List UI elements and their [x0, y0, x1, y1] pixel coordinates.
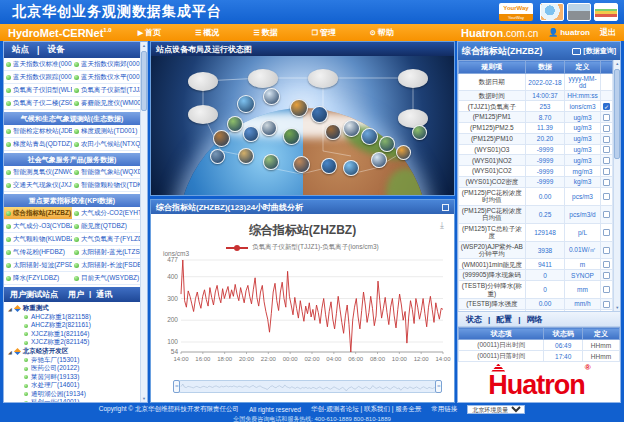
chart-legend[interactable]: 负氧离子仪新型(TJJZ1)-负氧离子(ions/cm3)	[151, 243, 454, 252]
device-node-icon[interactable]	[238, 148, 254, 164]
checkbox[interactable]	[603, 157, 610, 164]
device-item[interactable]: 智能测臭氧仪(ZNWCY)	[4, 166, 72, 179]
download-icon[interactable]: ⤓	[440, 220, 444, 231]
device-node-icon[interactable]	[283, 128, 300, 145]
device-item[interactable]: 交通天气现象仪(JXJT1)	[4, 179, 72, 192]
nav-item-3[interactable]: ❐管理	[312, 27, 336, 38]
tree-parent[interactable]: ◢称重测式	[8, 304, 140, 313]
logout-button[interactable]: 退出	[600, 27, 616, 38]
device-node-icon[interactable]	[227, 116, 243, 132]
device-node-icon[interactable]	[210, 149, 225, 164]
nav-item-4[interactable]: ⊙帮助	[370, 27, 394, 38]
device-node-icon[interactable]	[361, 128, 378, 145]
device-node-icon[interactable]	[325, 124, 341, 140]
device-node-icon[interactable]	[343, 160, 359, 176]
device-node-icon[interactable]	[263, 154, 279, 170]
maximize-icon[interactable]	[442, 204, 449, 211]
checkbox[interactable]	[603, 211, 610, 218]
tab-users[interactable]: 用户	[68, 289, 84, 300]
device-node-icon[interactable]	[263, 88, 280, 105]
placeholder-node-icon[interactable]	[248, 69, 278, 88]
footer-links[interactable]: 华创-观测者论坛 | 联系我们 | 服务全景	[311, 405, 421, 414]
nav-item-1[interactable]: ☰概况	[195, 27, 219, 38]
device-item[interactable]: 能见度(QTDBZ)	[72, 220, 140, 233]
site-link[interactable]: Huatron.com.cn	[461, 27, 538, 39]
device-item[interactable]: 雾霾能见度仪(WM001)	[72, 97, 140, 110]
data-query-button[interactable]: [数据查询]	[583, 46, 616, 56]
device-node-icon[interactable]	[290, 99, 308, 117]
device-item[interactable]: 气传花粉(HFDBZ)	[4, 246, 72, 259]
tab-devices[interactable]: 设备	[47, 44, 64, 56]
device-item[interactable]: 蓝天指数仪标准(00011)	[4, 58, 72, 71]
placeholder-node-icon[interactable]	[188, 105, 218, 124]
checkbox[interactable]	[603, 125, 610, 132]
device-item[interactable]: 农田小气候站(NTXQH)	[72, 138, 140, 151]
road-thumbnail[interactable]	[567, 3, 591, 21]
device-item[interactable]: 负氧离子仪旧型(WLFY1)	[4, 84, 72, 97]
range-slider[interactable]	[175, 380, 440, 393]
device-node-icon[interactable]	[321, 158, 337, 174]
tree-leaf[interactable]: AHCZ称重2(821161)	[8, 322, 140, 331]
device-item[interactable]: 太阳辐射-短波(ZPSDBZ)	[4, 259, 72, 272]
tree-leaf[interactable]: XJCZ称重2(821145)	[8, 339, 140, 348]
placeholder-node-icon[interactable]	[188, 72, 218, 91]
expander-icon[interactable]: ◢	[8, 306, 12, 312]
device-node-icon[interactable]	[379, 136, 395, 152]
slider-handle-right[interactable]	[435, 380, 442, 393]
device-node-icon[interactable]	[311, 106, 328, 123]
device-node-icon[interactable]	[371, 152, 387, 168]
tab-stations[interactable]: 站点	[12, 44, 29, 56]
status-tab-0[interactable]: 状态	[466, 314, 482, 325]
device-node-icon[interactable]	[396, 145, 411, 160]
map-thumbnail[interactable]	[540, 3, 564, 21]
checkbox[interactable]	[603, 179, 610, 186]
nav-item-2[interactable]: ☰数据	[253, 27, 277, 38]
tree-leaf[interactable]: 通明湖公园(19134)	[8, 390, 140, 399]
checkbox[interactable]	[603, 136, 610, 143]
tree-leaf[interactable]: 奔驰车厂(15301)	[8, 356, 140, 365]
yourway-badge[interactable]: YourWay YourWay	[499, 3, 533, 21]
checkbox[interactable]	[603, 272, 610, 279]
user-account[interactable]: 👤huatron	[548, 28, 590, 37]
device-item[interactable]: 目前天气(WSYDBZ)	[72, 272, 140, 285]
device-node-icon[interactable]	[343, 120, 360, 137]
device-item[interactable]: 负氧离子仪新型(TJJZ1)	[72, 84, 140, 97]
checkbox[interactable]	[603, 261, 610, 268]
checkbox[interactable]	[603, 146, 610, 153]
tree-parent[interactable]: ◢北京经济开发区	[8, 347, 140, 356]
placeholder-node-icon[interactable]	[398, 109, 428, 128]
tree-leaf[interactable]: 科创一街(14001)	[8, 399, 140, 403]
device-item[interactable]: 智能微气象站(WQXDZ)	[72, 166, 140, 179]
tree-leaf[interactable]: 莱茵河畔(19133)	[8, 373, 140, 382]
checkbox[interactable]	[603, 168, 610, 175]
device-item[interactable]: 梯度站青岛(QDTDZ)	[4, 138, 72, 151]
nav-item-0[interactable]: ▶首页	[138, 27, 161, 38]
tree-leaf[interactable]: 水处理厂(14601)	[8, 382, 140, 391]
device-item[interactable]: 太阳辐射-蓝光(LTZSDBZ)	[72, 246, 140, 259]
checkbox-checked[interactable]: ✓	[603, 103, 610, 110]
device-item[interactable]: 大气成分-O3(CYDBZ)	[4, 220, 72, 233]
checkbox[interactable]	[603, 229, 610, 236]
placeholder-node-icon[interactable]	[308, 69, 338, 88]
device-node-icon[interactable]	[237, 95, 255, 113]
quick-links-select[interactable]: 北京环境质量	[467, 405, 525, 414]
device-node-icon[interactable]	[293, 156, 310, 173]
device-item[interactable]: 智能微颗粒物仪(TDKLW)	[72, 179, 140, 192]
device-item[interactable]: 大气颗粒物(KLWDBZ)	[4, 233, 72, 246]
placeholder-node-icon[interactable]	[398, 69, 428, 88]
device-item[interactable]: 降水(FZYLDBZ)	[4, 272, 72, 285]
device-item[interactable]: 蓝天指数仪南郊(00012)	[72, 58, 140, 71]
device-node-icon[interactable]	[412, 125, 427, 140]
device-item[interactable]: 负氧离子仪二楼(ZS001)	[4, 97, 72, 110]
device-item[interactable]: 太阳辐射-长波(FSDBZ)	[72, 259, 140, 272]
device-item[interactable]: 蓝天指数仪跟踪(00013)	[4, 71, 72, 84]
device-item[interactable]: 智能检定标校站(JDBXZ)	[4, 125, 72, 138]
checkbox[interactable]	[603, 286, 610, 293]
checkbox[interactable]	[603, 301, 610, 308]
status-tab-1[interactable]: 配置	[496, 314, 512, 325]
checkbox[interactable]	[603, 114, 610, 121]
tree-leaf[interactable]: 医药公司(20122)	[8, 365, 140, 374]
status-tab-2[interactable]: 网络	[527, 314, 543, 325]
device-node-icon[interactable]	[213, 130, 230, 147]
device-layout-map[interactable]	[151, 56, 454, 195]
